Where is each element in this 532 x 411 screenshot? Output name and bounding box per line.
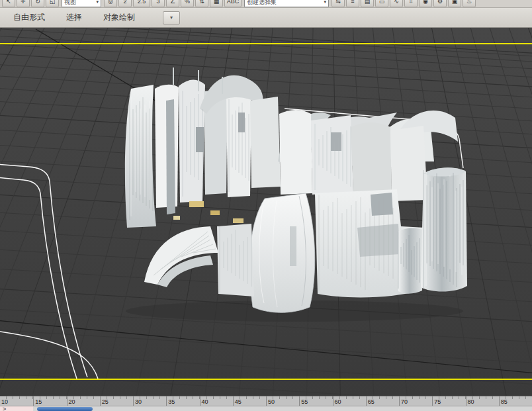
angle-snap-icon[interactable]: ∠	[166, 0, 179, 7]
ribbon-expand-button[interactable]: ▾	[163, 11, 180, 24]
snap-toggle-3d-icon[interactable]: 3	[152, 0, 165, 7]
tab-selection[interactable]: 选择	[56, 8, 93, 27]
snap-toggle-2d-icon[interactable]: 2	[118, 0, 132, 7]
tab-object-paint[interactable]: 对象绘制	[93, 8, 146, 27]
viewport-canvas[interactable]	[0, 28, 532, 396]
material-editor-icon[interactable]: ◉	[419, 0, 432, 7]
trackbar-frame-label: 65	[368, 398, 375, 405]
select-object-icon[interactable]: ↖	[2, 0, 15, 7]
graphite-ribbon-icon[interactable]: ▭	[375, 0, 388, 7]
perspective-viewport[interactable]	[0, 28, 532, 396]
trackbar-segment[interactable]: 35	[166, 396, 199, 406]
status-bar: >	[0, 406, 532, 411]
trackbar-frame-label: 20	[69, 398, 75, 405]
trackbar-segment[interactable]: 75	[432, 396, 465, 406]
chevron-down-icon: ▾	[96, 0, 99, 5]
render-production-icon[interactable]: ♨	[463, 0, 476, 7]
trackbar-segment[interactable]: 55	[299, 396, 332, 406]
select-and-scale-icon[interactable]: ◱	[46, 0, 59, 7]
render-setup-icon[interactable]: ⚙	[433, 0, 447, 7]
trackbar-segment[interactable]: 70	[399, 396, 432, 406]
named-selection-sets-dropdown-value: 创建选择集	[247, 0, 277, 7]
trackbar-frame-label: 45	[235, 398, 242, 405]
trackbar-frame-label: 50	[268, 398, 275, 405]
trackbar-segment[interactable]: 30	[133, 396, 166, 406]
schematic-view-icon[interactable]: ⌗	[404, 0, 418, 7]
trackbar-frame-label: 60	[335, 398, 341, 405]
use-pivot-center-icon[interactable]: ◎	[104, 0, 117, 7]
trackbar-frame-label: 55	[301, 398, 308, 405]
trackbar-frame-label: 35	[168, 398, 175, 405]
ribbon-tab-bar: 自由形式选择对象绘制▾	[0, 8, 532, 28]
trackbar-frame-label: 15	[35, 398, 42, 405]
curve-editor-icon[interactable]: ∿	[390, 0, 403, 7]
tab-freeform[interactable]: 自由形式	[3, 8, 56, 27]
trackbar-frame-label: 75	[434, 398, 441, 405]
edit-named-selection-sets-icon[interactable]: ▦	[210, 0, 223, 7]
trackbar-segment[interactable]: 80	[466, 396, 499, 406]
track-bar[interactable]: 10152025303540455055606570758085	[0, 396, 532, 406]
spinner-snap-icon[interactable]: ⇅	[195, 0, 208, 7]
chevron-down-icon: ▾	[324, 0, 326, 5]
trackbar-frame-label: 30	[135, 398, 142, 405]
snap-toggle-25d-icon[interactable]: 2.5	[133, 0, 150, 7]
trackbar-segment[interactable]: 65	[366, 396, 399, 406]
trackbar-segment[interactable]: 40	[200, 396, 233, 406]
scrollbar-thumb[interactable]	[37, 407, 93, 411]
trackbar-segment[interactable]: 60	[333, 396, 366, 406]
layer-manager-icon[interactable]: ▤	[361, 0, 374, 7]
select-and-move-icon[interactable]: ✛	[17, 0, 30, 7]
trackbar-segment[interactable]: 45	[233, 396, 266, 406]
trackbar-segment[interactable]: 25	[100, 396, 133, 406]
main-toolbar: ↖✛↻◱视图▾◎22.53∠%⇅▦ABC创建选择集▾⇋≡▤▭∿⌗◉⚙▣♨	[0, 0, 532, 8]
named-selection-sets-dropdown[interactable]: 创建选择集▾	[244, 0, 329, 7]
maxscript-mini-listener[interactable]: >	[0, 406, 33, 411]
mirror-icon[interactable]: ⇋	[332, 0, 345, 7]
percent-snap-icon[interactable]: %	[181, 0, 194, 7]
trackbar-frame-label: 10	[1, 398, 8, 405]
listener-prompt: >	[3, 406, 6, 411]
trackbar-segment[interactable]: 10	[0, 396, 33, 406]
trackbar-frame-label: 80	[468, 398, 474, 405]
reference-coordinate-dropdown[interactable]: 视图▾	[62, 0, 101, 7]
trackbar-segment[interactable]: 50	[266, 396, 299, 406]
trackbar-frame-label: 40	[202, 398, 208, 405]
trackbar-frame-label: 25	[102, 398, 109, 405]
reference-coordinate-dropdown-value: 视图	[64, 0, 76, 7]
trackbar-segment[interactable]: 15	[33, 396, 66, 406]
select-and-rotate-icon[interactable]: ↻	[31, 0, 44, 7]
trackbar-frame-label: 70	[401, 398, 408, 405]
trackbar-segment[interactable]: 20	[67, 396, 100, 406]
rename-objects-icon[interactable]: ABC	[224, 0, 242, 7]
trackbar-segment[interactable]: 85	[499, 396, 532, 406]
trackbar-frame-label: 85	[501, 398, 508, 405]
align-icon[interactable]: ≡	[346, 0, 359, 7]
rendered-frame-icon[interactable]: ▣	[448, 0, 461, 7]
